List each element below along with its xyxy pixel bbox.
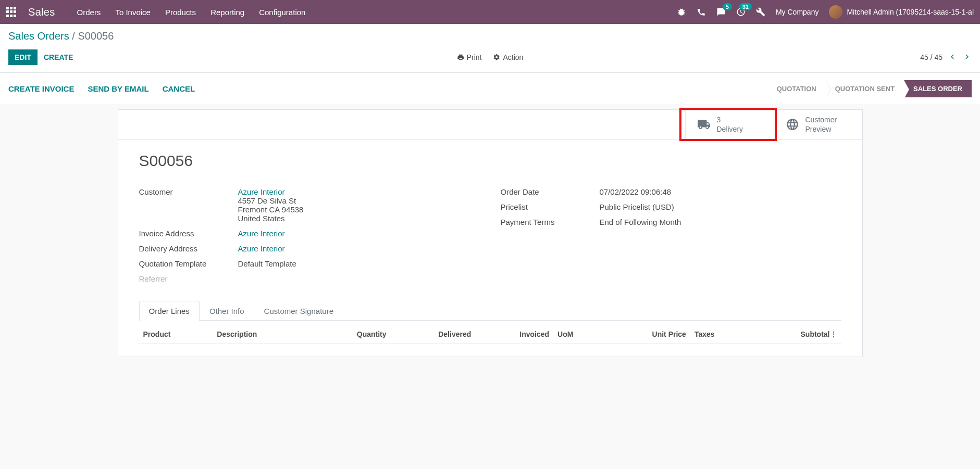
th-description: Description	[213, 325, 312, 344]
preview-line1: Customer	[805, 115, 837, 124]
label-referrer: Referrer	[139, 274, 238, 283]
tabs: Order Lines Other Info Customer Signatur…	[139, 301, 841, 321]
step-quotation-sent[interactable]: QUOTATION SENT	[826, 80, 904, 97]
order-lines-table: Product Description Quantity Delivered I…	[139, 325, 841, 344]
form-sheet: 3 Delivery Customer Preview S00056 Custo…	[118, 109, 863, 357]
print-icon	[457, 54, 464, 61]
delivery-count: 3	[717, 115, 743, 124]
tab-order-lines[interactable]: Order Lines	[139, 301, 200, 321]
send-email-button[interactable]: SEND BY EMAIL	[88, 84, 148, 93]
pricelist-value: Public Pricelist (USD)	[600, 202, 674, 211]
control-bar: EDIT CREATE Print Action 45 / 45	[0, 42, 980, 73]
stat-buttons: 3 Delivery Customer Preview	[118, 110, 862, 140]
nav-to-invoice[interactable]: To Invoice	[115, 8, 151, 17]
globe-icon	[786, 118, 799, 131]
breadcrumb-parent[interactable]: Sales Orders	[8, 30, 69, 42]
print-label: Print	[467, 53, 482, 61]
phone-icon[interactable]	[697, 7, 706, 17]
create-invoice-button[interactable]: CREATE INVOICE	[8, 84, 74, 93]
kebab-icon[interactable]: ⋮	[830, 330, 837, 338]
th-taxes: Taxes	[690, 325, 749, 344]
th-product: Product	[139, 325, 213, 344]
customer-addr3: United States	[238, 214, 285, 223]
label-order-date: Order Date	[501, 187, 600, 196]
label-pricelist: Pricelist	[501, 202, 600, 211]
invoice-address-link[interactable]: Azure Interior	[238, 229, 285, 238]
activities-icon[interactable]: 31	[736, 7, 746, 17]
quotation-template-value: Default Template	[238, 259, 296, 268]
tab-customer-signature[interactable]: Customer Signature	[254, 301, 343, 321]
cancel-button[interactable]: CANCEL	[163, 84, 195, 93]
th-unit-price: Unit Price	[603, 325, 690, 344]
th-quantity: Quantity	[313, 325, 391, 344]
label-invoice-address: Invoice Address	[139, 229, 238, 238]
user-name: Mitchell Admin (17095214-saas-15-1-al	[847, 8, 974, 16]
top-nav: Sales Orders To Invoice Products Reporti…	[0, 0, 980, 24]
payment-terms-value: End of Following Month	[600, 218, 681, 226]
breadcrumb: Sales Orders / S00056	[8, 30, 972, 42]
print-button[interactable]: Print	[457, 53, 482, 61]
preview-line2: Preview	[805, 124, 837, 134]
nav-configuration[interactable]: Configuration	[259, 8, 305, 17]
pager-next[interactable]	[962, 52, 972, 63]
tab-other-info[interactable]: Other Info	[200, 301, 254, 321]
truck-icon	[697, 118, 711, 131]
status-bar: CREATE INVOICE SEND BY EMAIL CANCEL QUOT…	[0, 73, 980, 105]
action-button[interactable]: Action	[493, 53, 523, 61]
label-quotation-template: Quotation Template	[139, 259, 238, 268]
company-switcher[interactable]: My Company	[776, 8, 818, 16]
pager-prev[interactable]	[948, 52, 957, 63]
nav-reporting[interactable]: Reporting	[210, 8, 244, 17]
tools-icon[interactable]	[756, 7, 765, 17]
apps-icon[interactable]	[6, 7, 17, 17]
nav-orders[interactable]: Orders	[77, 8, 101, 17]
edit-button[interactable]: EDIT	[8, 49, 38, 65]
label-delivery-address: Delivery Address	[139, 244, 238, 253]
breadcrumb-row: Sales Orders / S00056	[0, 24, 980, 42]
stat-delivery[interactable]: 3 Delivery	[685, 110, 774, 139]
messages-badge: 5	[723, 3, 732, 10]
activities-badge: 31	[739, 3, 752, 10]
breadcrumb-current: S00056	[78, 30, 114, 42]
messages-icon[interactable]: 5	[716, 7, 726, 17]
label-payment-terms: Payment Terms	[501, 218, 600, 226]
step-sales-order[interactable]: SALES ORDER	[904, 80, 972, 97]
nav-products[interactable]: Products	[165, 8, 196, 17]
stat-customer-preview[interactable]: Customer Preview	[774, 110, 862, 139]
customer-link[interactable]: Azure Interior	[238, 187, 285, 196]
action-label: Action	[503, 53, 523, 61]
delivery-address-link[interactable]: Azure Interior	[238, 244, 285, 253]
customer-addr2: Fremont CA 94538	[238, 205, 304, 214]
app-brand[interactable]: Sales	[28, 6, 55, 18]
label-customer: Customer	[139, 187, 238, 223]
customer-addr1: 4557 De Silva St	[238, 196, 296, 205]
th-subtotal: Subtotal ⋮	[749, 325, 841, 344]
avatar	[829, 5, 842, 19]
th-uom: UoM	[553, 325, 603, 344]
create-button[interactable]: CREATE	[38, 49, 80, 65]
bug-icon[interactable]	[677, 7, 686, 17]
pager-value[interactable]: 45 / 45	[920, 53, 942, 61]
status-steps: QUOTATION QUOTATION SENT SALES ORDER	[767, 80, 972, 97]
order-date-value: 07/02/2022 09:06:48	[600, 187, 672, 196]
breadcrumb-sep: /	[72, 30, 78, 42]
th-delivered: Delivered	[391, 325, 476, 344]
user-menu[interactable]: Mitchell Admin (17095214-saas-15-1-al	[829, 5, 974, 19]
gear-icon	[493, 54, 500, 61]
delivery-label: Delivery	[717, 124, 743, 134]
th-invoiced: Invoiced	[475, 325, 553, 344]
step-quotation[interactable]: QUOTATION	[767, 80, 826, 97]
page-title: S00056	[139, 152, 841, 170]
